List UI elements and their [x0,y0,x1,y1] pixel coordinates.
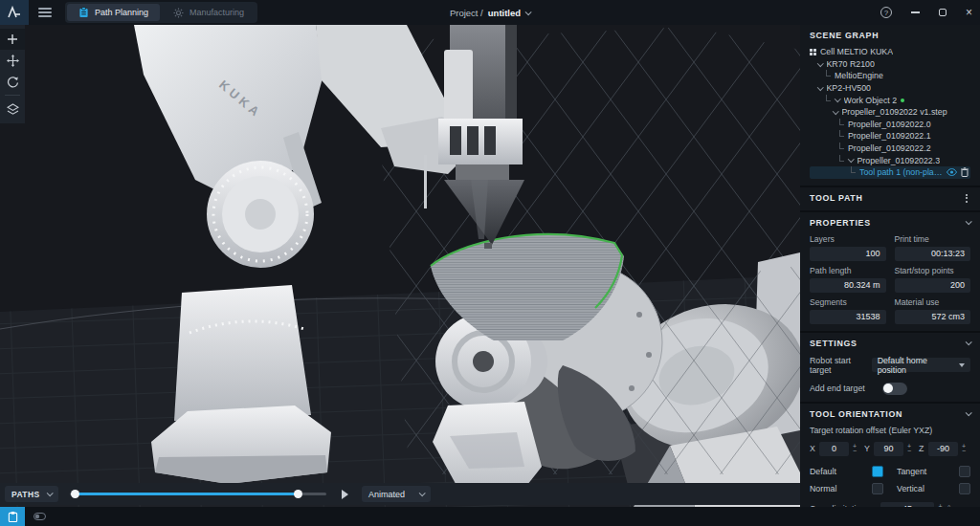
axis-y-stepper[interactable]: +− [906,444,912,453]
paths-dropdown[interactable]: PATHS [5,486,58,502]
axis-z-stepper[interactable]: +− [961,444,967,453]
mode-tabs: Path Planning Manufacturing [65,2,257,23]
menu-icon[interactable] [38,8,52,17]
tree-item-positioner[interactable]: KP2-HV500 [810,82,970,95]
tool-path-section: TOOL PATH [800,186,980,210]
branch-connector [839,155,844,162]
toolbar-divider [5,95,20,96]
tree-item-work-object[interactable]: Work Object 2 [810,94,970,106]
field-start-stop-points: Start/stop points 200 [895,266,971,293]
tree-item-propeller-0[interactable]: Propeller_01092022.0 [810,119,970,131]
inspector-panel: SCENE GRAPH Cell MELTIO KUKA KR70 R2100 … [800,25,980,507]
tool-path-title: TOOL PATH [810,193,863,203]
tree-item-cell[interactable]: Cell MELTIO KUKA [810,46,970,58]
properties-title: PROPERTIES [810,218,871,228]
tree-item-step-file[interactable]: Propeller_01092022 v1.step [810,106,970,119]
application-window: Path Planning Manufacturing Project / un… [0,0,980,526]
rotate-tool-button[interactable] [0,71,25,92]
segments-value: 31538 [810,310,886,324]
layers-tool-button[interactable] [0,99,25,120]
timeline-slider[interactable] [70,490,326,498]
collapse-chevron-icon[interactable] [966,409,972,416]
scene-graph-tree: Cell MELTIO KUKA KR70 R2100 MeltioEngine… [810,46,970,179]
plus-icon [7,33,18,45]
logo-icon [7,6,22,19]
tree-item-robot[interactable]: KR70 R2100 [810,58,970,71]
expander-icon[interactable] [835,96,840,101]
expander-icon[interactable] [833,108,838,114]
tool-orientation-title: TOOL ORIENTATION [810,409,902,419]
expander-icon[interactable] [848,156,854,162]
robot-start-target-label: Robot start target [810,356,872,375]
settings-section: SETTINGS Robot start target Default home… [800,331,980,402]
axis-x-input[interactable]: 0 [819,442,849,456]
branch-connector [839,119,844,125]
expander-icon[interactable] [817,84,823,90]
clipboard-icon [8,511,18,523]
add-button[interactable] [0,29,25,50]
close-button[interactable]: × [966,8,972,17]
properties-section: PROPERTIES Layers 100 Print time 00:13:2… [800,210,980,331]
settings-title: SETTINGS [810,339,858,348]
properties-grid: Layers 100 Print time 00:13:23 Path leng… [810,234,970,324]
animation-mode-dropdown[interactable]: Animated [362,486,431,502]
tree-item-propeller-2[interactable]: Propeller_01092022.2 [810,142,970,155]
window-controls: ? × [880,7,972,18]
layers-value: 100 [810,247,886,261]
minimize-button[interactable] [911,11,920,13]
rotate-icon [7,76,19,88]
axis-x-stepper[interactable]: +− [852,444,858,453]
tangent-checkbox[interactable] [959,466,970,477]
branch-connector [851,166,856,173]
slider-fill [75,493,298,495]
normal-checkbox[interactable] [872,483,883,494]
field-layers: Layers 100 [810,234,886,261]
material-use-value: 572 cm3 [895,310,971,324]
tab-label: Manufacturing [189,8,244,17]
play-button[interactable] [342,490,348,499]
print-time-value: 00:13:23 [895,247,971,261]
tab-manufacturing[interactable]: Manufacturing [162,4,256,21]
dropdown-arrow-icon [959,363,965,367]
branch-connector [826,70,831,77]
collapse-chevron-icon[interactable] [966,218,972,225]
project-title[interactable]: Project / untitled [450,8,530,18]
axis-z-input[interactable]: -90 [928,442,958,456]
axis-x-label: X [810,444,816,453]
tree-item-tool-path[interactable]: Tool path 1 (non-planar) [810,166,970,179]
slider-start-handle[interactable] [71,490,79,498]
viewport-3d[interactable]: KUKA [0,25,800,507]
toggle-knob [883,384,893,393]
help-button[interactable]: ? [880,7,892,18]
app-logo[interactable] [0,0,29,25]
slider-end-handle[interactable] [294,490,302,498]
visibility-eye-icon[interactable] [947,168,957,176]
tree-item-meltioengine[interactable]: MeltioEngine [810,70,970,82]
default-checkbox[interactable] [872,466,883,477]
add-end-target-toggle[interactable] [882,383,907,395]
kebab-menu-icon[interactable] [963,193,970,204]
active-app-tile[interactable] [0,507,25,526]
add-end-target-label: Add end target [810,384,865,393]
tree-item-propeller-3[interactable]: Propeller_01092022.3 [810,154,970,166]
branch-connector [839,130,844,137]
vertical-checkbox[interactable] [959,483,970,494]
scene-graph-section: SCENE GRAPH Cell MELTIO KUKA KR70 R2100 … [800,25,980,186]
axis-z-label: Z [919,444,925,453]
chevron-down-icon [525,9,532,15]
path-length-value: 80.324 m [810,278,886,293]
taskbar-toggle-icon[interactable] [33,513,46,520]
robot-start-target-select[interactable]: Default home position [872,358,970,372]
scene-render: KUKA [0,25,800,507]
move-tool-button[interactable] [0,50,25,71]
collapse-chevron-icon[interactable] [966,339,972,345]
mode-vertical: Vertical [897,483,970,494]
delete-trash-icon[interactable] [961,167,969,177]
mode-normal: Normal [810,483,883,494]
maximize-button[interactable] [939,9,947,16]
viewport-toolbar [0,25,25,123]
tab-path-planning[interactable]: Path Planning [67,4,160,21]
tree-item-propeller-1[interactable]: Propeller_01092022.1 [810,130,970,142]
axis-y-input[interactable]: 90 [874,442,903,456]
expander-icon[interactable] [817,60,823,66]
